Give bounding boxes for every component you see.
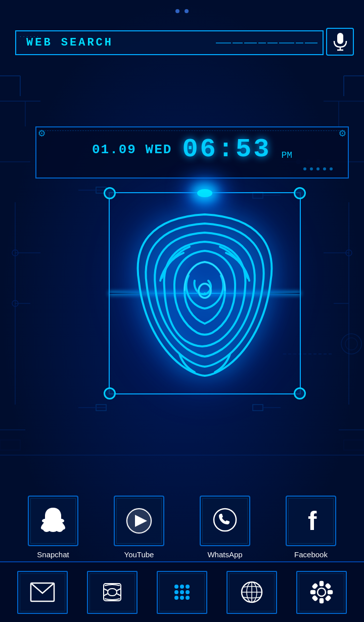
- svg-rect-76: [311, 591, 315, 594]
- scanner-frame: [109, 192, 301, 394]
- clock-display: 01.09 WED 06:53 PM: [47, 135, 338, 164]
- corner-tl: [104, 187, 116, 199]
- whatsapp-label: WhatsApp: [207, 550, 242, 559]
- app-item-whatsapp[interactable]: WhatsApp: [200, 496, 250, 559]
- corner-tr: [294, 187, 306, 199]
- svg-rect-53: [31, 583, 54, 601]
- email-icon: [30, 582, 55, 602]
- dock-browser[interactable]: [226, 571, 277, 614]
- app-item-snapchat[interactable]: Snapchat: [28, 496, 78, 559]
- svg-point-44: [316, 167, 320, 170]
- search-bar[interactable]: WEB SEARCH: [15, 30, 324, 55]
- search-bar-container[interactable]: WEB SEARCH: [15, 30, 324, 55]
- bottom-dock: [0, 561, 364, 622]
- phone-icon: [100, 580, 125, 605]
- svg-rect-74: [320, 582, 323, 586]
- svg-point-68: [186, 596, 190, 600]
- svg-point-61: [180, 585, 184, 589]
- svg-point-65: [186, 590, 190, 594]
- youtube-icon-box[interactable]: [114, 496, 164, 546]
- whatsapp-icon-box[interactable]: [200, 496, 250, 546]
- youtube-icon: [124, 506, 154, 536]
- svg-point-19: [341, 334, 361, 354]
- corner-bl: [104, 387, 116, 399]
- facebook-label: Facebook: [294, 550, 328, 559]
- svg-point-73: [317, 588, 326, 596]
- svg-line-56: [104, 589, 108, 591]
- clock-time: 06:53: [182, 135, 271, 164]
- app-item-youtube[interactable]: YouTube: [114, 496, 164, 559]
- dock-phone[interactable]: [87, 571, 138, 614]
- youtube-label: YouTube: [124, 550, 154, 559]
- svg-point-62: [186, 585, 190, 589]
- svg-rect-55: [108, 589, 117, 596]
- svg-text:f: f: [308, 506, 317, 536]
- svg-rect-9: [344, 440, 364, 450]
- svg-point-63: [174, 590, 178, 594]
- svg-point-46: [330, 167, 333, 170]
- snapchat-icon: [38, 506, 68, 536]
- svg-point-66: [174, 596, 178, 600]
- clock-dots: [302, 167, 333, 170]
- clock-container: ⚙ ⚙ 01.09 WED 06:53 PM: [35, 126, 349, 179]
- dock-apps-drawer[interactable]: [157, 571, 207, 614]
- settings-icon: [309, 580, 334, 605]
- svg-rect-80: [312, 596, 317, 601]
- svg-rect-54: [104, 584, 121, 601]
- search-bar-decoration: [216, 42, 317, 43]
- svg-line-58: [104, 594, 108, 596]
- gear-right-icon: ⚙: [339, 126, 346, 140]
- facebook-icon: f: [296, 506, 326, 536]
- corner-br: [294, 387, 306, 399]
- svg-point-67: [180, 596, 184, 600]
- svg-point-64: [180, 590, 184, 594]
- page-indicator: [175, 9, 189, 13]
- dock-email[interactable]: [17, 571, 68, 614]
- svg-point-20: [345, 338, 357, 350]
- svg-line-57: [117, 589, 121, 591]
- clock-border: ⚙ ⚙ 01.09 WED 06:53 PM: [35, 126, 349, 179]
- apps-drawer-icon: [169, 580, 195, 605]
- svg-rect-29: [253, 405, 263, 411]
- snapchat-icon-box[interactable]: [28, 496, 78, 546]
- svg-rect-79: [326, 584, 331, 589]
- svg-point-42: [303, 167, 306, 170]
- clock-ampm: PM: [281, 150, 292, 160]
- svg-rect-8: [0, 440, 20, 450]
- svg-point-69: [242, 582, 262, 602]
- mic-button[interactable]: [326, 28, 354, 56]
- svg-marker-50: [135, 515, 147, 527]
- svg-point-60: [174, 585, 178, 589]
- svg-line-59: [117, 594, 121, 596]
- search-bar-text: WEB SEARCH: [26, 36, 113, 49]
- facebook-icon-box[interactable]: f: [286, 496, 336, 546]
- dock-settings[interactable]: [296, 571, 347, 614]
- fingerprint-image: [129, 207, 281, 379]
- svg-point-43: [310, 167, 313, 170]
- svg-point-70: [247, 582, 257, 602]
- app-grid: Snapchat YouTube WhatsApp f: [0, 496, 364, 559]
- scanner-glow: [197, 189, 212, 197]
- snapchat-label: Snapchat: [37, 550, 69, 559]
- svg-point-51: [214, 509, 236, 531]
- page-dot-1: [175, 9, 179, 13]
- svg-rect-75: [320, 599, 323, 603]
- svg-point-45: [323, 167, 326, 170]
- browser-icon: [239, 580, 264, 605]
- svg-rect-77: [328, 591, 332, 594]
- app-item-facebook[interactable]: f Facebook: [286, 496, 336, 559]
- gear-left-icon: ⚙: [38, 126, 45, 140]
- mic-icon: [332, 33, 348, 51]
- svg-rect-39: [337, 33, 343, 44]
- svg-point-49: [126, 508, 152, 534]
- whatsapp-icon: [210, 506, 240, 536]
- svg-rect-78: [312, 584, 317, 589]
- page-dot-2: [185, 9, 189, 13]
- svg-rect-81: [326, 596, 331, 601]
- fingerprint-scanner[interactable]: [71, 192, 339, 394]
- clock-date: 01.09 WED: [92, 142, 172, 157]
